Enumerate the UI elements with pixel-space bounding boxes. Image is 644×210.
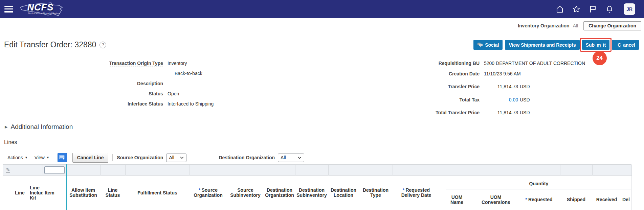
field-value: Inventory [168,61,187,66]
frozen-column-divider[interactable] [66,164,67,210]
field-requisitioning-bu: Requisitioning BU 5200 DEPARTMENT OF ADU… [355,61,585,66]
lines-section-title: Lines [4,139,17,145]
column-header-uom-name[interactable]: UOM Name [440,189,474,210]
column-header-destination-location[interactable]: Destination Location [328,176,359,210]
favorites-star-icon[interactable] [572,5,581,14]
column-header-allow-item-substitution[interactable]: Allow Item Substitution [66,176,100,210]
filter-cell [13,165,28,176]
table-header-row: Line Line Including Kit Item Allow Item … [3,176,631,210]
view-menu-label: View [35,155,45,160]
source-organization-selected: All [169,155,174,160]
filter-cell [393,165,440,176]
field-transfer-price: Transfer Price 11,814.73USD [355,84,530,89]
field-value: Back-to-back [175,71,202,76]
table-filter-icon [59,155,65,161]
caret-down-icon: ▼ [25,156,28,159]
currency: USD [520,110,530,115]
field-transaction-origin-type: Transaction Origin Type Inventory [0,61,187,66]
field-label: Transfer Price [355,84,480,89]
edit-pencil-icon: ✎ [6,167,10,173]
actions-menu[interactable]: Actions ▼ [7,155,28,160]
social-chat-icon [477,42,483,47]
lines-table: ✎ Line Line Inc [3,164,631,210]
cancel-line-button[interactable]: Cancel Line [72,153,109,163]
filter-cell [440,165,474,176]
field-label: Total Transfer Price [355,110,480,115]
topbar-actions: JR [555,3,644,15]
filter-cell [67,165,101,176]
column-header-source-subinventory[interactable]: Source Subinventory [227,176,264,210]
column-header-uom-conversions[interactable]: UOM Conversions [474,189,518,210]
filter-cell [264,165,295,176]
column-header-line[interactable]: Line [13,176,28,210]
field-total-tax: Total Tax 0.00USD [355,97,530,102]
column-header-requested-quantity[interactable]: *Requested [518,189,560,210]
column-header-source-organization[interactable]: *Source Organization [190,176,227,210]
filter-cell [101,165,126,176]
column-header-delivered-truncated[interactable]: Del [621,189,631,210]
notifications-bell-icon[interactable] [605,5,614,14]
top-navbar: NCFS North Carolina Financial System JR [0,0,644,18]
view-shipments-and-receipts-button[interactable]: View Shipments and Receipts [505,40,579,50]
column-header-destination-type[interactable]: Destination Type [359,176,393,210]
column-header-line-status[interactable]: Line Status [100,176,125,210]
item-filter-input[interactable] [44,166,65,174]
submit-label-pre: Sub [586,42,595,48]
chevron-down-icon [180,157,184,159]
filter-cell [560,165,593,176]
cancel-label-post: ancel [623,42,635,48]
field-total-transfer-price: Total Transfer Price 11,814.73USD [355,110,530,115]
destination-organization-select[interactable]: All [278,154,304,162]
query-by-example-button[interactable] [58,153,67,162]
ncfs-logo[interactable]: NCFS North Carolina Financial System [18,1,65,18]
total-tax-link[interactable]: 0.00 [484,97,518,102]
destination-organization-selected: All [281,155,286,160]
back-to-back-dash-icon: — [168,71,172,76]
filter-cell [227,165,264,176]
flag-icon[interactable] [589,5,597,14]
row-header-filter-cell: ✎ [3,165,13,176]
amount: 11,814.73 [484,84,518,89]
column-header-requested-delivery-date[interactable]: *Requested Delivery Date [393,176,440,210]
quantity-group-label: Quantity [446,176,631,189]
source-organization-select[interactable]: All [166,154,186,162]
filter-cell [593,165,621,176]
cancel-button[interactable]: Cancel [612,40,639,50]
submit-label-post: it [603,42,606,48]
additional-information-disclosure[interactable]: ▶ Additional Information [5,123,73,131]
toolbar-separator [112,154,113,161]
change-organization-button[interactable]: Change Organization [583,21,641,30]
help-icon[interactable]: ? [99,42,106,48]
view-menu[interactable]: View ▼ [35,155,49,160]
field-value: Open [168,91,179,96]
social-button[interactable]: Social [473,40,503,50]
column-header-shipped-quantity[interactable]: Shipped [560,189,592,210]
annotation-step-badge: 24 [593,51,607,65]
org-context-bar: Inventory Organization All Change Organi… [518,21,641,30]
column-header-line-including-kit[interactable]: Line Including Kit [28,176,43,210]
filter-cell [295,165,329,176]
quantity-column-group: Quantity UOM Name UOM Conversions *Reque… [440,176,631,210]
menu-icon[interactable] [4,6,13,13]
column-header-item[interactable]: Item [43,176,66,210]
field-label: Status [0,91,163,96]
user-avatar[interactable]: JR [624,3,635,15]
inventory-organization-label: Inventory Organization [518,23,569,28]
field-value: 5200 DEPARTMENT OF ADULT CORRECTION [484,61,585,66]
submit-button[interactable]: Submit [582,40,609,50]
destination-organization-label: Destination Organization [219,155,275,160]
field-label[interactable]: Transaction Origin Type [0,61,163,66]
column-header-destination-organization[interactable]: Destination Organization [264,176,295,210]
field-label: Total Tax [355,97,480,102]
field-value: Interfaced to Shipping [168,101,214,107]
filter-cell [28,165,43,176]
home-icon[interactable] [555,5,564,14]
column-header-fulfillment-status[interactable]: Fulfillment Status [125,176,190,210]
table-right-border [631,176,631,210]
field-label: Interface Status [0,101,163,107]
column-header-destination-subinventory[interactable]: Destination Subinventory [295,176,328,210]
filter-cell [126,165,190,176]
required-marker: * [199,187,200,193]
column-header-received-quantity[interactable]: Received [592,189,621,210]
field-interface-status: Interface Status Interfaced to Shipping [0,101,214,107]
